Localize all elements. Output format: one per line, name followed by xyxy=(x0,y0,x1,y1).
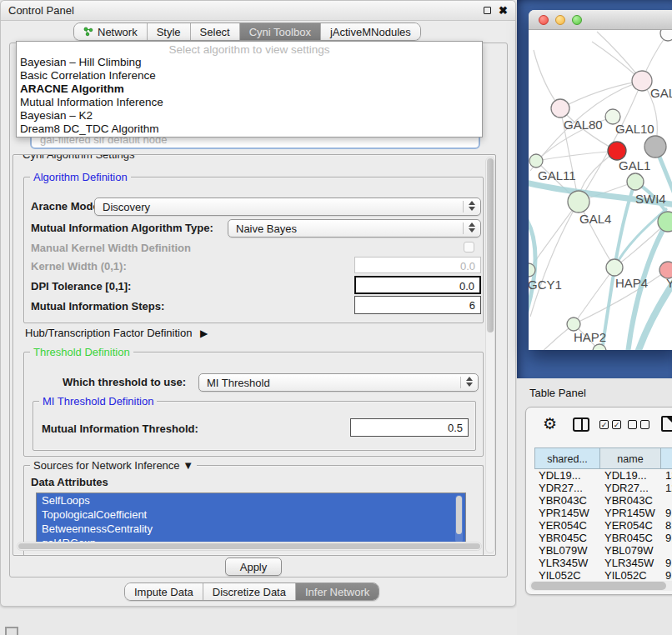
network-node[interactable] xyxy=(529,154,543,168)
network-node[interactable] xyxy=(627,173,644,190)
cell: YDR27... xyxy=(534,482,600,494)
tab-infer-network[interactable]: Infer Network xyxy=(296,583,379,600)
table-row[interactable]: YPR145WYPR145W9. xyxy=(534,507,672,519)
table-row[interactable]: YDL19...YDL19...13 xyxy=(534,469,672,482)
network-node[interactable] xyxy=(567,318,580,331)
network-node-label: GCY1 xyxy=(529,278,562,292)
window-minimize-button[interactable] xyxy=(555,15,565,25)
minimized-panel-icon[interactable] xyxy=(5,627,18,635)
table-row[interactable]: YBR045CYBR045C9. xyxy=(534,532,672,544)
cell: YBR043C xyxy=(600,494,661,507)
control-panel-title: Control Panel xyxy=(8,4,484,17)
unchecked-box-icon[interactable] xyxy=(628,420,637,429)
data-attributes-list[interactable]: SelfLoops TopologicalCoefficient Between… xyxy=(36,492,466,546)
apply-button[interactable]: Apply xyxy=(225,558,282,576)
aracne-mode-value: Discovery xyxy=(103,201,150,213)
network-node[interactable] xyxy=(660,30,672,41)
network-node[interactable] xyxy=(644,136,666,158)
table-row[interactable]: YBL079WYBL079W xyxy=(534,544,672,557)
attribute-item[interactable]: TopologicalCoefficient xyxy=(37,508,465,522)
tab-cyni-toolbox-label: Cyni Toolbox xyxy=(249,26,311,38)
table-row[interactable]: YIL052CYIL052C9. xyxy=(534,569,672,582)
network-node-selected[interactable] xyxy=(608,142,626,160)
threshold-definition-title: Threshold Definition xyxy=(30,346,133,358)
combo-stepper-icon xyxy=(467,222,476,232)
which-threshold-combo[interactable]: MI Threshold xyxy=(198,373,479,392)
window-close-button[interactable] xyxy=(539,15,549,25)
cell: YBR045C xyxy=(534,532,600,544)
control-panel-window: Control Panel ✖ Network Style Select Cyn… xyxy=(0,0,516,607)
tab-network[interactable]: Network xyxy=(74,23,148,40)
cell: YER054C xyxy=(600,519,661,532)
mi-threshold-field[interactable]: 0.5 xyxy=(350,418,469,437)
algorithm-option[interactable]: Bayesian – K2 xyxy=(17,109,482,122)
tab-select[interactable]: Select xyxy=(191,23,240,40)
table-horizontal-scrollbar[interactable] xyxy=(529,581,672,591)
network-node-label: GAL80 xyxy=(564,118,603,132)
expand-right-icon: ▶ xyxy=(200,328,208,339)
data-attributes-label: Data Attributes xyxy=(31,476,108,488)
column-header-clipped[interactable] xyxy=(661,448,672,469)
mi-steps-field[interactable]: 6 xyxy=(354,296,481,314)
network-node[interactable] xyxy=(551,99,569,118)
algorithm-option[interactable]: Bayesian – Hill Climbing xyxy=(17,56,482,69)
table-row[interactable]: YER054CYER054C8. xyxy=(534,519,672,532)
network-canvas[interactable]: GAL80 GAL10 GAL1 GAL11 SWI4 GAL4 GCY1 HA… xyxy=(529,30,672,350)
cell: YBL079W xyxy=(534,544,600,557)
column-header-name[interactable]: name xyxy=(600,448,661,469)
kernel-width-field[interactable]: 0.0 xyxy=(354,257,481,273)
dpi-tolerance-field[interactable]: 0.0 xyxy=(354,276,481,294)
mi-algorithm-type-combo[interactable]: Naive Bayes xyxy=(228,219,481,238)
algorithm-option[interactable]: Dream8 DC_TDC Algorithm xyxy=(17,122,482,136)
cell: 9. xyxy=(661,507,672,519)
cell: YDR27... xyxy=(600,482,661,494)
columns-icon[interactable] xyxy=(573,418,589,432)
cell: 9. xyxy=(661,569,672,582)
network-node[interactable] xyxy=(632,71,652,91)
table-row[interactable]: YBR043CYBR043C xyxy=(534,494,672,507)
unchecked-box-icon[interactable] xyxy=(640,420,649,429)
tab-jactivemnodules[interactable]: jActiveMNodules xyxy=(321,23,420,40)
manual-kernel-width-checkbox[interactable] xyxy=(464,242,474,252)
network-node[interactable] xyxy=(606,259,623,276)
table-row[interactable]: YDR27...YDR27...12 xyxy=(534,482,672,494)
checked-box-icon[interactable]: ✓ xyxy=(599,420,609,429)
settings-horizontal-scrollbar[interactable] xyxy=(17,542,482,551)
mi-threshold-value: 0.5 xyxy=(448,422,463,434)
window-zoom-button[interactable] xyxy=(572,15,582,25)
attributes-scrollbar[interactable] xyxy=(455,495,463,543)
network-node-label: GAL xyxy=(650,86,672,100)
hub-definition-label: Hub/Transcription Factor Definition xyxy=(25,327,192,339)
table-row[interactable]: YLR345WYLR345W9. xyxy=(534,557,672,569)
hub-definition-toggle[interactable]: Hub/Transcription Factor Definition ▶ xyxy=(25,327,208,339)
file-icon[interactable] xyxy=(661,416,672,432)
network-node[interactable] xyxy=(568,191,589,212)
attribute-item[interactable]: BetweennessCentrality xyxy=(37,522,465,536)
tab-discretize-data[interactable]: Discretize Data xyxy=(203,583,296,600)
tab-style[interactable]: Style xyxy=(148,23,191,40)
float-window-icon[interactable] xyxy=(484,7,491,14)
aracne-mode-combo[interactable]: Discovery xyxy=(94,198,481,216)
algorithm-option-selected[interactable]: ARACNE Algorithm xyxy=(17,82,482,96)
column-header-shared-name[interactable]: shared... xyxy=(534,448,600,469)
tab-impute-data[interactable]: Impute Data xyxy=(125,583,203,600)
attribute-item[interactable]: SelfLoops xyxy=(37,493,465,508)
close-icon[interactable]: ✖ xyxy=(499,5,508,16)
tab-cyni-toolbox[interactable]: Cyni Toolbox xyxy=(240,23,321,40)
network-window-titlebar xyxy=(529,10,672,30)
algorithm-option[interactable]: Mutual Information Inference xyxy=(17,96,482,109)
collapse-down-icon[interactable]: ▼ xyxy=(183,459,193,472)
manual-kernel-width-label: Manual Kernel Width Definition xyxy=(31,242,191,254)
settings-group-title: Cyni Algorithm Settings xyxy=(19,154,138,161)
cell: 13 xyxy=(661,469,672,482)
checked-box-icon[interactable]: ✓ xyxy=(612,420,621,429)
network-desktop: GAL80 GAL10 GAL1 GAL11 SWI4 GAL4 GCY1 HA… xyxy=(517,0,672,378)
cell: YBR045C xyxy=(600,532,661,544)
cell: YBR043C xyxy=(534,494,600,507)
cyni-algorithm-settings-group: Cyni Algorithm Settings Algorithm Defini… xyxy=(13,154,496,556)
network-node[interactable] xyxy=(658,212,672,232)
algorithm-option[interactable]: Basic Correlation Inference xyxy=(17,69,482,82)
gear-icon[interactable]: ⚙ xyxy=(543,416,557,432)
algorithm-dropdown-placeholder: Select algorithm to view settings xyxy=(17,42,482,56)
settings-vertical-scrollbar[interactable] xyxy=(485,157,495,553)
